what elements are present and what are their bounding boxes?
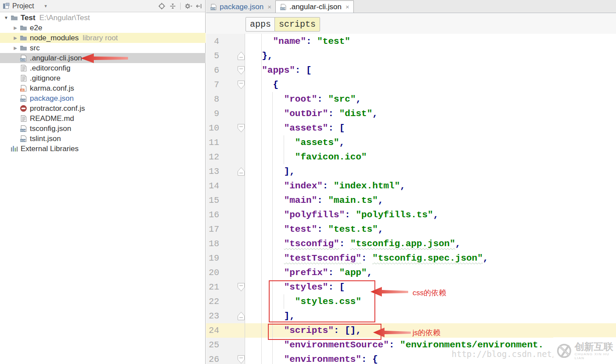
line-number: 6 <box>206 63 219 78</box>
line-number: 7 <box>206 78 219 92</box>
project-tree: ▼TestE:\Angular\Test▶e2e▶node_moduleslib… <box>0 13 205 154</box>
code-line-4: 4 "name": "test" <box>206 34 616 49</box>
tab-angular-cli-json[interactable]: JSON .angular-cli.json × <box>275 0 354 13</box>
panel-title-caret-icon[interactable]: ▼ <box>44 4 48 8</box>
tree-item-e2e[interactable]: ▶e2e <box>0 23 206 33</box>
code-line-11: 11 "assets", <box>206 135 616 150</box>
folder-icon <box>11 14 18 21</box>
tree-item-label: karma.conf.js <box>30 84 74 93</box>
expand-closed-icon[interactable]: ▶ <box>11 35 20 40</box>
annotation-arrow-css <box>370 286 409 297</box>
annotation-label-js: js的依赖 <box>413 328 440 338</box>
text-icon <box>20 64 27 72</box>
fold-down-icon[interactable] <box>237 355 245 364</box>
svg-text:JSON: JSON <box>20 99 26 102</box>
breadcrumb-apps[interactable]: apps <box>246 17 275 32</box>
fold-down-icon[interactable] <box>237 283 245 292</box>
tree-item-annotation: E:\Angular\Test <box>39 14 90 22</box>
annotation-box-styles <box>269 280 375 322</box>
tree-item-readme-md[interactable]: README.md <box>0 113 206 124</box>
tree-item-node-modules[interactable]: ▶node_moduleslibrary root <box>0 33 206 43</box>
code-text: { <box>251 78 278 92</box>
line-number: 10 <box>206 121 219 135</box>
code-text: "polyfills": "polyfills.ts", <box>251 208 439 222</box>
panel-title[interactable]: Project <box>12 2 34 10</box>
tree-item-label: .angular-cli.json <box>30 54 82 63</box>
fold-up-icon[interactable] <box>237 167 245 176</box>
fold-down-icon[interactable] <box>237 80 245 89</box>
code-line-13: 13 ], <box>206 164 616 179</box>
code-text: "apps": [ <box>251 63 312 78</box>
line-number: 4 <box>206 34 219 49</box>
tree-item-label: e2e <box>30 24 42 32</box>
tree-item-package-json[interactable]: JSONpackage.json <box>0 93 206 103</box>
code-line-5: 5 }, <box>206 49 616 63</box>
expand-closed-icon[interactable]: ▶ <box>11 46 20 50</box>
tab-label: .angular-cli.json <box>289 3 342 11</box>
code-line-12: 12 "favicon.ico" <box>206 150 616 164</box>
code-text: "root": "src", <box>251 92 361 106</box>
brand-logo-icon <box>555 341 573 360</box>
tree-item-label: README.md <box>30 114 74 123</box>
code-text: }, <box>251 49 273 63</box>
fold-down-icon[interactable] <box>237 66 245 75</box>
code-line-10: 10 "assets": [ <box>206 121 616 135</box>
tree-item-tsconfig-json[interactable]: JSONtsconfig.json <box>0 124 206 134</box>
breadcrumb-scripts[interactable]: scripts <box>274 17 320 32</box>
json-icon: JSON <box>20 135 27 142</box>
annotation-arrow-angular-cli <box>81 53 129 64</box>
tree-item-protractor-conf-js[interactable]: protractor.conf.js <box>0 103 206 113</box>
line-number: 26 <box>206 352 219 364</box>
tree-item-test[interactable]: ▼TestE:\Angular\Test <box>0 13 206 23</box>
hide-panel-icon[interactable] <box>196 3 203 10</box>
expand-open-icon[interactable]: ▼ <box>2 15 11 20</box>
tree-item-label: Test <box>21 14 36 22</box>
toolbar-separator <box>180 3 181 10</box>
svg-text:JSON: JSON <box>280 7 286 10</box>
protractor-icon <box>20 105 27 112</box>
tab-close-icon[interactable]: × <box>345 3 349 11</box>
tree-item-karma-conf-js[interactable]: JSkarma.conf.js <box>0 83 206 93</box>
project-toolbar: Project ▼ <box>0 0 205 12</box>
code-line-18: 18 "tsconfig": "tsconfig.app.json", <box>206 237 616 251</box>
svg-text:JSON: JSON <box>20 139 26 142</box>
folder-icon <box>20 44 27 52</box>
collapse-all-icon[interactable] <box>169 3 176 10</box>
tree-item-label: tsconfig.json <box>30 124 71 133</box>
code-editor[interactable]: 4 "name": "test"5 },6 "apps": [7 {8 "roo… <box>206 34 616 364</box>
text-icon <box>20 115 27 122</box>
brand-name: 创新互联 <box>574 342 616 352</box>
tree-item-label: tslint.json <box>30 134 61 143</box>
fold-up-icon[interactable] <box>237 311 245 321</box>
code-line-23: 23 ], <box>206 309 616 323</box>
tree-item-src[interactable]: ▶src <box>0 43 206 53</box>
code-text: "test": "test.ts", <box>251 222 384 237</box>
code-line-21: 21 "styles": [ <box>206 280 616 294</box>
editor-tabs: JSON package.json × JSON .angular-cli.js… <box>206 0 616 13</box>
tree-item-label: External Libraries <box>21 145 78 153</box>
tree-item-annotation: library root <box>83 34 118 42</box>
libraries-icon <box>11 145 18 152</box>
tree-item-external-libraries[interactable]: External Libraries <box>0 144 206 154</box>
code-line-7: 7 { <box>206 78 616 92</box>
watermark-logo: 创新互联 CHUANG XIN HU LIAN <box>553 337 616 364</box>
fold-down-icon[interactable] <box>237 124 245 133</box>
line-number: 14 <box>206 179 219 193</box>
tree-item-label: .editorconfig <box>30 64 71 73</box>
tree-item-tslint-json[interactable]: JSONtslint.json <box>0 134 206 144</box>
fold-up-icon[interactable] <box>237 51 245 60</box>
code-text: "prefix": "app", <box>251 265 372 280</box>
tree-item-label: .gitignore <box>30 74 61 83</box>
tree-item--gitignore[interactable]: .gitignore <box>0 73 206 83</box>
tab-package-json[interactable]: JSON package.json × <box>206 1 275 13</box>
tree-item--editorconfig[interactable]: .editorconfig <box>0 63 206 73</box>
tab-close-icon[interactable]: × <box>267 3 271 11</box>
code-text: ], <box>251 164 295 179</box>
svg-text:JS: JS <box>21 89 24 92</box>
json-file-icon: JSON <box>210 4 217 11</box>
settings-icon[interactable] <box>185 3 192 10</box>
expand-closed-icon[interactable]: ▶ <box>11 25 20 30</box>
locate-icon[interactable] <box>158 3 165 10</box>
line-number: 25 <box>206 338 219 352</box>
line-number: 11 <box>206 135 219 150</box>
